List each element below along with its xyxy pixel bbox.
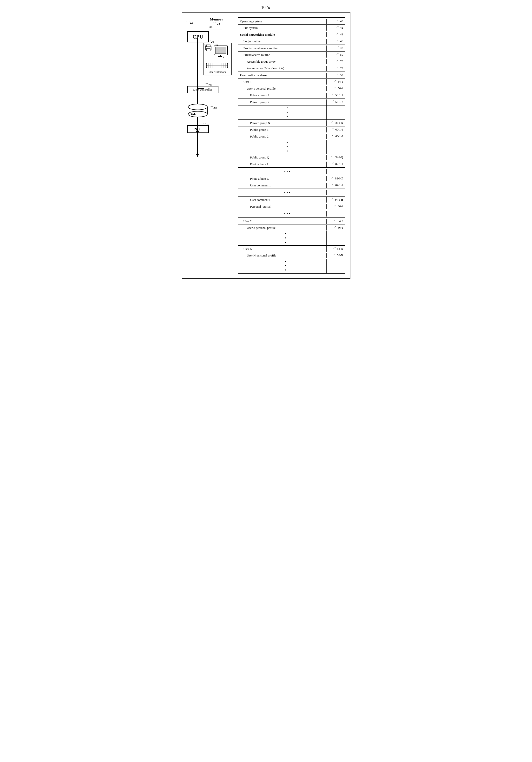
ref-dash-14: ⌒ — [330, 120, 335, 125]
ref-text-21: 82-1-Z — [335, 177, 343, 181]
ref-dash-7: ⌒ — [336, 65, 341, 71]
mem-row-2: Social networking module⌒44 — [238, 31, 344, 38]
left-panel: Memory ⌒ 24 ⌒22 CPU — [187, 17, 233, 273]
svg-rect-2 — [206, 49, 210, 51]
mem-row-21: Photo album Z⌒82-1-Z — [238, 175, 344, 182]
ui-outer-box: 36 38 8 — [203, 43, 232, 75]
ref-dash-31: ⌒ — [333, 253, 338, 258]
mem-row-7: Access array (B in view of A)⌒72 — [238, 65, 344, 72]
ref-text-7: 72 — [340, 66, 343, 70]
right-panel: Operating system⌒40File system⌒42Social … — [238, 17, 345, 273]
mem-ref-11: ⌒58-1-1 — [327, 93, 344, 98]
cpu-area: ⌒22 CPU — [187, 24, 209, 42]
ref-dash-0: ⌒ — [336, 19, 341, 24]
h-line-34 — [208, 29, 222, 30]
mem-content-7: Access array (B in view of A) — [238, 66, 327, 71]
mem-content-9: User 1 — [238, 79, 327, 85]
mem-content-14: Private group N — [238, 120, 327, 126]
ref-dash-2: ⌒ — [336, 32, 341, 37]
mem-content-16: Public group 2 — [238, 134, 327, 139]
mem-ref-27: ⌒54-2 — [327, 218, 344, 224]
ref-text-9: 54-1 — [338, 80, 343, 84]
ref-dash-11: ⌒ — [331, 93, 336, 98]
ref-text-6: 70 — [340, 60, 343, 63]
ref-dash-6: ⌒ — [336, 59, 341, 64]
mem-content-28: User 2 personal profile — [238, 225, 327, 230]
ref-text-24: 84-1-H — [335, 198, 343, 201]
mem-ref-19: ⌒82-1-1 — [327, 161, 344, 167]
ref-text-30: 54-N — [337, 247, 343, 251]
mem-content-24: User comment H — [238, 197, 327, 202]
ref-dash-8: ⌒ — [336, 72, 341, 78]
svg-rect-5 — [220, 55, 221, 56]
mem-ref-2: ⌒44 — [327, 32, 344, 38]
mem-ref-30: ⌒54-N — [327, 246, 344, 252]
svg-point-24 — [188, 104, 207, 110]
arrow-down-svg — [195, 141, 200, 158]
ref-dash-18: ⌒ — [330, 155, 335, 160]
mem-ref-9: ⌒54-1 — [327, 79, 344, 85]
mem-ref-3: ⌒46 — [327, 38, 344, 44]
mem-row-8: User profile database⌒52 — [238, 72, 344, 79]
arrow-up-area — [195, 129, 200, 143]
ref-dash-25: ⌒ — [333, 204, 338, 209]
mem-content-8: User profile database — [238, 73, 327, 78]
mem-content-31: User N personal profile — [238, 253, 327, 258]
dots-row-17: • • • — [238, 140, 344, 154]
mem-content-25: Personal journal — [238, 204, 327, 209]
mem-row-30: User N⌒54-N — [238, 245, 344, 252]
h-line-nic — [197, 128, 204, 128]
keyboard-icon — [206, 62, 229, 70]
mem-ref-16: ⌒60-1-2 — [327, 134, 344, 139]
mem-ref-22: ⌒84-1-1 — [327, 183, 344, 188]
dots-content-20: • • • — [238, 169, 327, 174]
mem-ref-10: ⌒56-1 — [327, 86, 344, 92]
mem-row-14: Private group N⌒58-1-N — [238, 120, 344, 126]
monitor-icon — [214, 45, 229, 58]
mem-content-11: Private group 1 — [238, 93, 327, 98]
mem-ref-4: ⌒48 — [327, 45, 344, 51]
memory-text: Memory — [210, 17, 223, 22]
ref-text-31: 56-N — [337, 254, 343, 257]
mem-row-4: Profile maintenance routine⌒48 — [238, 45, 344, 51]
ref-text-12: 58-1-2 — [336, 100, 343, 104]
mem-content-15: Public group 1 — [238, 127, 327, 132]
dots-content-29: • • • — [238, 231, 327, 245]
ref-dash-24: ⌒ — [330, 197, 335, 202]
ref-dash-1: ⌒ — [336, 25, 341, 30]
dots-content-17: • • • — [238, 140, 327, 154]
mem-row-16: Public group 2⌒60-1-2 — [238, 133, 344, 140]
ref-dash-16: ⌒ — [331, 134, 336, 139]
figure-number: 10 — [261, 5, 266, 10]
ref-34: 34 — [209, 25, 212, 29]
keyboard-svg — [206, 62, 229, 69]
mem-ref-8: ⌒52 — [327, 72, 344, 78]
mem-ref-7: ⌒72 — [327, 65, 344, 71]
memory-rows-container: Operating system⌒40File system⌒42Social … — [238, 18, 344, 273]
mem-content-0: Operating system — [238, 19, 327, 24]
figure-label: 10 ↘ — [261, 5, 270, 10]
mem-row-25: Personal journal⌒86-1 — [238, 203, 344, 210]
dots-row-20: • • • — [238, 168, 344, 175]
mem-content-3: Login routine — [238, 39, 327, 44]
mem-ref-1: ⌒42 — [327, 25, 344, 31]
mem-content-6: Accessible group array — [238, 59, 327, 64]
arrow-down-area — [195, 141, 200, 158]
memory-ref-curve: ⌒ — [213, 22, 216, 25]
mem-content-2: Social networking module — [238, 32, 327, 37]
cpu-box: CPU — [187, 31, 209, 42]
main-diagram: Memory ⌒ 24 ⌒22 CPU — [182, 12, 350, 279]
mem-ref-12: ⌒58-1-2 — [327, 99, 344, 105]
disk-controller-box: Disk controller — [187, 86, 218, 93]
mem-content-5: Friend access routine — [238, 52, 327, 57]
dots-row-26: • • • — [238, 210, 344, 218]
ref-text-28: 56-2 — [338, 226, 343, 230]
disk-label: Disk — [190, 113, 196, 116]
mem-row-19: Photo album 1⌒82-1-1 — [238, 161, 344, 168]
ref-text-25: 86-1 — [338, 205, 343, 208]
ref-dash-21: ⌒ — [331, 176, 336, 181]
ref-text-10: 56-1 — [338, 87, 343, 90]
h-line-dc — [197, 88, 204, 89]
mem-row-15: Public group 1⌒60-1-1 — [238, 126, 344, 133]
cpu-label: CPU — [192, 34, 203, 40]
